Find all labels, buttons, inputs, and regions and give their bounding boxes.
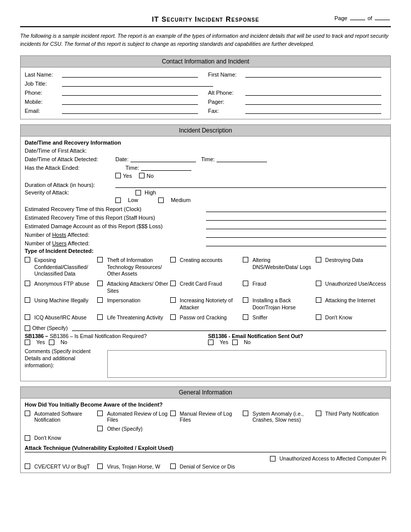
first-name-input[interactable] xyxy=(245,71,381,78)
sb1386-yes-checkbox[interactable] xyxy=(25,340,30,345)
dont-know-checkbox[interactable] xyxy=(25,435,30,441)
list-item: Third Party Notification xyxy=(316,411,386,423)
time-input-2[interactable] xyxy=(141,164,191,171)
aware-cb-2[interactable] xyxy=(97,411,103,416)
unauth-checkbox[interactable] xyxy=(270,456,276,461)
other-input[interactable] xyxy=(72,324,386,331)
email-input[interactable] xyxy=(62,107,198,114)
incident-cb-2[interactable] xyxy=(97,257,103,262)
list-item: Attacking Attackers/ Other Sites xyxy=(97,281,168,294)
incident-section-body: Date/Time and Recovery Information Date/… xyxy=(20,137,391,382)
incident-cb-8[interactable] xyxy=(170,281,176,286)
dont-know-row: Don't Know xyxy=(25,435,386,441)
sb1386-email-no-label: No xyxy=(244,339,250,345)
incident-cb-1[interactable] xyxy=(25,257,30,262)
other-checkbox[interactable] xyxy=(25,325,30,331)
incident-cb-6[interactable] xyxy=(25,281,30,286)
last-name-row: Last Name: xyxy=(25,71,203,78)
incident-cb-10[interactable] xyxy=(316,281,321,286)
duration-input[interactable] xyxy=(115,181,386,188)
list-item: Virus, Trojan Horse, W xyxy=(97,463,168,470)
high-checkbox[interactable] xyxy=(135,190,141,195)
incident-cb-14[interactable] xyxy=(243,297,248,303)
incident-cb-7[interactable] xyxy=(97,281,103,286)
hosts-input[interactable] xyxy=(206,231,386,238)
time-label-2: Time: xyxy=(125,165,139,171)
list-item: Fraud xyxy=(243,281,313,294)
fax-input[interactable] xyxy=(245,107,381,114)
aware-cb-4[interactable] xyxy=(243,411,248,416)
sb1386-no-checkbox[interactable] xyxy=(49,340,54,345)
mobile-label: Mobile: xyxy=(25,99,60,105)
phone-label: Phone: xyxy=(25,90,60,96)
attack-cb-1[interactable] xyxy=(25,463,30,469)
sb1386-email-yes-checkbox[interactable] xyxy=(208,340,214,345)
last-name-input[interactable] xyxy=(62,71,198,78)
incident-cb-4[interactable] xyxy=(243,257,248,262)
incident-cb-12[interactable] xyxy=(97,297,103,303)
sb1386-email-label: SB1386 - Email Notification Sent Out? xyxy=(208,333,386,339)
incident-cb-16[interactable] xyxy=(25,314,30,320)
users-row: Number of Users Affected: xyxy=(25,239,386,246)
medium-checkbox[interactable] xyxy=(158,197,164,203)
pager-input[interactable] xyxy=(245,98,381,105)
incident-cb-9[interactable] xyxy=(243,281,248,286)
unauth-label: Unauthorized Access to Affected Computer… xyxy=(280,455,386,461)
incident-cb-19[interactable] xyxy=(243,314,248,320)
list-item: Other (Specify) xyxy=(97,426,168,432)
last-name-label: Last Name: xyxy=(25,72,60,78)
aware-header: How Did You Initially Become Aware of th… xyxy=(25,402,386,408)
attack-cb-2[interactable] xyxy=(97,463,103,469)
comments-textarea[interactable] xyxy=(107,350,386,378)
recovery-clock-input[interactable] xyxy=(206,205,386,212)
time-input-1[interactable] xyxy=(217,155,267,162)
incident-cb-11[interactable] xyxy=(25,297,30,303)
attack-ended-row: Has the Attack Ended: Time: xyxy=(25,164,386,171)
no-checkbox[interactable] xyxy=(139,173,145,178)
first-name-row: First Name: xyxy=(208,71,386,78)
aware-cb-1[interactable] xyxy=(25,411,30,416)
list-item: Theft of Information Technology Resource… xyxy=(97,257,168,278)
list-item: ICQ Abuse/IRC Abuse xyxy=(25,314,95,321)
list-item: Don't Know xyxy=(316,314,386,321)
other-specify-row: Other (Specify) xyxy=(25,324,386,331)
attack-ended-checkboxes: Yes No xyxy=(115,173,386,179)
sb1386-checkboxes: Yes No xyxy=(25,339,203,345)
alt-phone-input[interactable] xyxy=(245,89,381,96)
no-checkbox-item: No xyxy=(139,173,154,179)
sb1386-email-no-checkbox[interactable] xyxy=(232,340,238,345)
mobile-input[interactable] xyxy=(62,98,198,105)
date-input[interactable] xyxy=(130,155,196,162)
list-item: Anonymous FTP abuse xyxy=(25,281,95,294)
incident-cb-18[interactable] xyxy=(170,314,176,320)
users-input[interactable] xyxy=(206,239,386,246)
first-attack-label: Date/Time of First Attack: xyxy=(25,148,115,154)
incident-cb-20[interactable] xyxy=(316,314,321,320)
pager-row: Pager: xyxy=(208,98,386,105)
incident-cb-5[interactable] xyxy=(316,257,321,262)
aware-cb-other[interactable] xyxy=(97,426,103,431)
other-label: Other (Specify) xyxy=(32,325,68,331)
recovery-staff-input[interactable] xyxy=(206,214,386,221)
low-checkbox[interactable] xyxy=(115,197,121,203)
job-title-input[interactable] xyxy=(62,80,213,87)
damage-input[interactable] xyxy=(206,222,386,229)
sb1386-email-yes-label: Yes xyxy=(220,339,228,345)
aware-cb-5[interactable] xyxy=(316,411,321,416)
incident-section-header: Incident Description xyxy=(20,124,391,137)
list-item: Sniffer xyxy=(243,314,313,321)
incident-cb-13[interactable] xyxy=(170,297,176,303)
list-item: Impersonation xyxy=(97,297,168,311)
list-item: Passw ord Cracking xyxy=(170,314,241,321)
incident-cb-3[interactable] xyxy=(170,257,176,262)
aware-cb-3[interactable] xyxy=(170,411,176,416)
attack-detected-row: Date/Time of Attack Detected: Date: Time… xyxy=(25,155,386,162)
unauth-row: Unauthorized Access to Affected Computer… xyxy=(25,455,386,461)
yes-checkbox[interactable] xyxy=(115,173,121,178)
incident-cb-15[interactable] xyxy=(316,297,321,303)
attack-cb-3[interactable] xyxy=(170,463,176,469)
phone-input[interactable] xyxy=(62,89,198,96)
incident-cb-17[interactable] xyxy=(97,314,103,320)
recovery-clock-row: Estimated Recovery Time of this Report (… xyxy=(25,205,386,212)
attack-ended-label: Has the Attack Ended: xyxy=(25,165,115,171)
